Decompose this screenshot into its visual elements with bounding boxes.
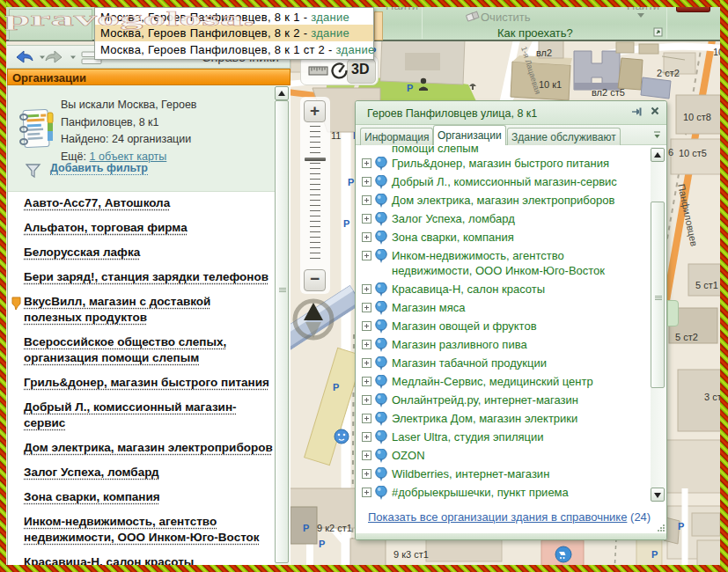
- svg-text:вл2 ст5: вл2 ст5: [592, 87, 625, 98]
- svg-text:5 ст2: 5 ст2: [675, 332, 698, 342]
- svg-text:10 ст5: 10 ст5: [679, 148, 707, 158]
- svg-text:10 к1: 10 к1: [539, 79, 562, 90]
- svg-text:P: P: [407, 83, 413, 93]
- svg-text:2 ст2: 2 ст2: [657, 68, 680, 78]
- svg-text:P: P: [678, 521, 684, 532]
- svg-text:9 к2 ст1: 9 к2 ст1: [317, 523, 352, 533]
- svg-text:P: P: [348, 177, 354, 187]
- svg-text:вл2: вл2: [536, 48, 552, 58]
- svg-text:P: P: [319, 539, 325, 549]
- svg-text:11: 11: [331, 130, 341, 141]
- svg-text:P: P: [333, 382, 339, 392]
- svg-text:P: P: [651, 549, 658, 560]
- svg-text:P: P: [303, 523, 309, 533]
- svg-text:10 ст8: 10 ст8: [683, 112, 711, 122]
- svg-text:P: P: [343, 218, 349, 229]
- svg-text:5 ст1: 5 ст1: [695, 280, 718, 290]
- svg-text:6: 6: [668, 147, 673, 158]
- svg-text:9 к3 ст1: 9 к3 ст1: [393, 549, 429, 560]
